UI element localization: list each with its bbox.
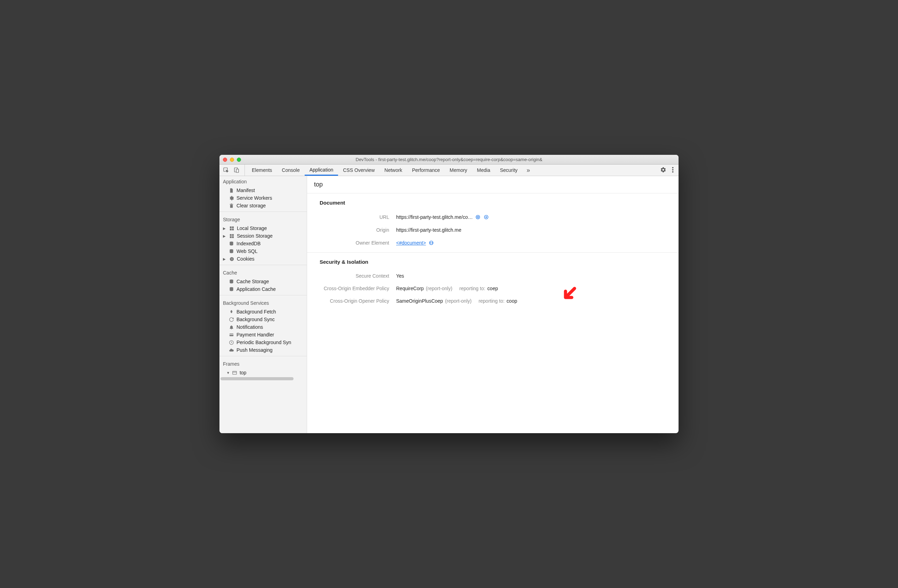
window-icon bbox=[232, 370, 238, 376]
tabs-overflow-button[interactable]: » bbox=[522, 165, 534, 176]
traffic-lights bbox=[223, 158, 241, 162]
sidebar-item-label: Service Workers bbox=[237, 195, 272, 201]
row-label: Origin bbox=[320, 227, 396, 233]
minimize-window-button[interactable] bbox=[230, 158, 234, 162]
svg-point-19 bbox=[231, 259, 232, 260]
bell-icon bbox=[229, 324, 234, 330]
sidebar-item-notifications[interactable]: Notifications bbox=[220, 323, 307, 331]
grid-icon bbox=[229, 225, 234, 231]
row-secure-context: Secure Context Yes bbox=[320, 269, 666, 282]
expand-icon[interactable]: ▶ bbox=[223, 257, 226, 261]
sidebar-item-session-storage[interactable]: ▶ Session Storage bbox=[220, 232, 307, 240]
svg-rect-7 bbox=[232, 226, 234, 228]
section-background-services: Background Services bbox=[220, 297, 307, 308]
url-value: https://first-party-test.glitch.me/co… bbox=[396, 214, 473, 220]
row-label: Cross-Origin Embedder Policy bbox=[320, 286, 396, 291]
svg-point-3 bbox=[672, 167, 674, 168]
expand-icon[interactable]: ▶ bbox=[223, 226, 226, 230]
owner-element-link[interactable]: <#document> bbox=[396, 240, 426, 246]
coep-reporting-label: reporting to: bbox=[460, 286, 486, 291]
tab-media[interactable]: Media bbox=[472, 165, 495, 176]
svg-point-5 bbox=[672, 171, 674, 172]
sidebar-item-label: Push Messaging bbox=[237, 347, 273, 353]
svg-point-28 bbox=[476, 215, 480, 219]
device-toolbar-icon[interactable] bbox=[232, 166, 241, 175]
sidebar-item-label: Periodic Background Syn bbox=[237, 340, 291, 345]
tab-application[interactable]: Application bbox=[304, 165, 338, 176]
row-coep: Cross-Origin Embedder Policy RequireCorp… bbox=[320, 282, 666, 295]
tab-security[interactable]: Security bbox=[495, 165, 522, 176]
gear-icon bbox=[229, 195, 234, 201]
sidebar-item-manifest[interactable]: Manifest bbox=[220, 186, 307, 194]
section-application: Application bbox=[220, 176, 307, 186]
maximize-window-button[interactable] bbox=[237, 158, 241, 162]
sidebar-item-label: Cookies bbox=[237, 256, 255, 262]
svg-rect-11 bbox=[232, 234, 234, 236]
svg-point-4 bbox=[672, 169, 674, 171]
sidebar-item-payment-handler[interactable]: Payment Handler bbox=[220, 331, 307, 339]
row-origin: Origin https://first-party-test.glitch.m… bbox=[320, 224, 666, 236]
database-icon bbox=[229, 241, 234, 246]
svg-rect-26 bbox=[233, 371, 237, 374]
tab-network[interactable]: Network bbox=[380, 165, 407, 176]
section-cache: Cache bbox=[220, 267, 307, 278]
code-icon[interactable] bbox=[428, 240, 434, 246]
tab-elements[interactable]: Elements bbox=[247, 165, 277, 176]
coop-mode: (report-only) bbox=[445, 298, 472, 304]
sidebar-item-frame-top[interactable]: ▼ top bbox=[220, 369, 307, 376]
svg-point-18 bbox=[232, 258, 232, 259]
coop-reporting-label: reporting to: bbox=[478, 298, 504, 304]
coop-value: SameOriginPlusCoep bbox=[396, 298, 443, 304]
sidebar-item-label: Background Fetch bbox=[237, 309, 276, 314]
svg-rect-2 bbox=[236, 169, 238, 172]
clock-icon bbox=[229, 340, 234, 345]
sidebar-item-label: Background Sync bbox=[237, 317, 275, 322]
sidebar-item-indexeddb[interactable]: IndexedDB bbox=[220, 240, 307, 247]
sidebar-item-label: top bbox=[240, 370, 246, 376]
sidebar-item-background-fetch[interactable]: Background Fetch bbox=[220, 308, 307, 316]
coep-reporting-value: coep bbox=[487, 286, 498, 291]
sidebar-item-label: Application Cache bbox=[237, 286, 276, 292]
sync-icon bbox=[229, 317, 234, 322]
sidebar-item-cookies[interactable]: ▶ Cookies bbox=[220, 255, 307, 263]
settings-icon[interactable] bbox=[660, 167, 666, 174]
copy-icon[interactable] bbox=[475, 214, 481, 220]
more-menu-icon[interactable] bbox=[672, 167, 674, 174]
svg-rect-10 bbox=[229, 234, 231, 236]
reveal-icon[interactable] bbox=[483, 214, 489, 220]
application-sidebar[interactable]: Application Manifest Service Workers Cle… bbox=[220, 176, 307, 433]
sidebar-item-web-sql[interactable]: Web SQL bbox=[220, 247, 307, 255]
sidebar-item-application-cache[interactable]: Application Cache bbox=[220, 285, 307, 293]
svg-rect-6 bbox=[229, 226, 231, 228]
collapse-icon[interactable]: ▼ bbox=[226, 371, 230, 375]
cloud-icon bbox=[229, 347, 234, 353]
sidebar-item-service-workers[interactable]: Service Workers bbox=[220, 194, 307, 202]
file-icon bbox=[229, 188, 234, 193]
sidebar-item-periodic-bg-sync[interactable]: Periodic Background Syn bbox=[220, 339, 307, 346]
inspect-element-icon[interactable] bbox=[221, 166, 231, 175]
sidebar-item-label: Payment Handler bbox=[237, 332, 274, 337]
toolbar: Elements Console Application CSS Overvie… bbox=[220, 165, 678, 176]
tab-memory[interactable]: Memory bbox=[445, 165, 472, 176]
sidebar-item-local-storage[interactable]: ▶ Local Storage bbox=[220, 225, 307, 232]
database-icon bbox=[229, 279, 234, 284]
sidebar-item-background-sync[interactable]: Background Sync bbox=[220, 316, 307, 323]
sidebar-item-label: Cache Storage bbox=[237, 279, 269, 284]
svg-rect-12 bbox=[229, 236, 231, 238]
cookie-icon bbox=[229, 256, 234, 262]
tab-console[interactable]: Console bbox=[277, 165, 304, 176]
expand-icon[interactable]: ▶ bbox=[223, 234, 226, 238]
database-icon bbox=[229, 248, 234, 254]
tab-performance[interactable]: Performance bbox=[407, 165, 445, 176]
sidebar-item-label: Web SQL bbox=[237, 248, 257, 254]
sidebar-item-push-messaging[interactable]: Push Messaging bbox=[220, 346, 307, 354]
sidebar-item-cache-storage[interactable]: Cache Storage bbox=[220, 278, 307, 285]
horizontal-scrollbar[interactable] bbox=[220, 376, 307, 381]
titlebar: DevTools - first-party-test.glitch.me/co… bbox=[220, 155, 678, 165]
sidebar-item-clear-storage[interactable]: Clear storage bbox=[220, 202, 307, 209]
coep-value: RequireCorp bbox=[396, 286, 424, 291]
main-panel: top Document URL https://first-party-tes… bbox=[307, 176, 678, 433]
close-window-button[interactable] bbox=[223, 158, 227, 162]
sidebar-item-label: Local Storage bbox=[237, 225, 267, 231]
tab-css-overview[interactable]: CSS Overview bbox=[338, 165, 380, 176]
